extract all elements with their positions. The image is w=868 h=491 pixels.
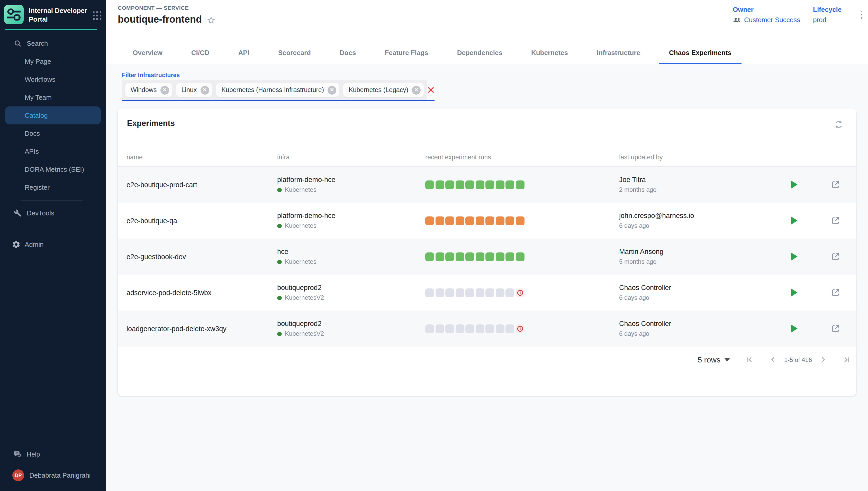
- run-scheduled-clock-icon: [516, 288, 524, 297]
- sidebar-item-docs[interactable]: Docs: [0, 124, 106, 142]
- status-dot-icon: [277, 223, 282, 228]
- updated-at: 5 months ago: [619, 258, 773, 265]
- run-passed-square: [465, 180, 474, 189]
- sidebar-item-my-page[interactable]: My Page: [0, 53, 106, 70]
- infra-type: Kubernetes: [285, 222, 317, 229]
- open-in-new-icon[interactable]: [831, 180, 840, 189]
- table-row[interactable]: e2e-boutique-qa platform-demo-hce Kubern…: [118, 203, 856, 238]
- run-passed-square: [475, 180, 484, 189]
- chevron-down-icon: [725, 358, 730, 361]
- sidebar-item-apis[interactable]: APIs: [0, 142, 106, 161]
- kebab-menu-icon[interactable]: [859, 9, 864, 21]
- sidebar-item-register[interactable]: Register: [0, 178, 106, 196]
- infra-cell: hce Kubernetes: [277, 248, 425, 265]
- user-menu[interactable]: DP Debabrata Panigrahi: [0, 463, 106, 487]
- gear-icon: [12, 240, 21, 249]
- sidebar-item-workflows[interactable]: Workflows: [0, 70, 106, 88]
- tab-chaos-experiments[interactable]: Chaos Experiments: [655, 40, 746, 64]
- tab-overview[interactable]: Overview: [118, 40, 177, 64]
- table-row[interactable]: loadgenerator-pod-delete-xw3qy boutiquep…: [118, 311, 856, 347]
- chip-remove-icon[interactable]: ✕: [200, 86, 209, 94]
- open-in-new-icon[interactable]: [831, 252, 840, 261]
- run-experiment-button[interactable]: [791, 180, 797, 189]
- filter-chip[interactable]: Kubernetes (Harness Infrastructure)✕: [216, 83, 339, 97]
- run-passed-square: [465, 252, 474, 261]
- updated-cell: Joe Titra 2 months ago: [619, 176, 773, 193]
- run-failed-square: [485, 216, 494, 225]
- run-passed-square: [495, 252, 504, 261]
- filter-infrastructures-link[interactable]: Filter Infrastructures: [122, 72, 180, 78]
- refresh-icon[interactable]: [834, 119, 844, 132]
- previous-page-button[interactable]: [768, 355, 778, 365]
- updated-by: Martin Ansong: [619, 248, 773, 256]
- run-experiment-button[interactable]: [791, 288, 797, 297]
- run-passed-square: [516, 252, 524, 261]
- run-passed-square: [455, 180, 464, 189]
- apps-grid-icon[interactable]: [93, 11, 102, 20]
- main-area: COMPONENT — SERVICE boutique-frontend Ow…: [106, 0, 868, 491]
- chip-remove-icon[interactable]: ✕: [412, 86, 421, 94]
- run-passed-square: [485, 252, 494, 261]
- table-row[interactable]: e2e-guestbook-dev hce Kubernetes Martin …: [118, 238, 856, 275]
- harness-idp-logo-icon[interactable]: [4, 5, 24, 24]
- open-in-new-icon[interactable]: [831, 288, 840, 297]
- infra-type: KubernetesV2: [285, 330, 324, 337]
- sidebar-item-search[interactable]: Search: [0, 34, 106, 53]
- infra-type: KubernetesV2: [285, 294, 324, 301]
- open-in-new-icon[interactable]: [831, 216, 840, 225]
- tab-ci-cd[interactable]: CI/CD: [177, 40, 224, 64]
- lifecycle-value: prod: [813, 16, 841, 24]
- owner-link[interactable]: Customer Success: [733, 16, 800, 24]
- sidebar-item-dora-metrics-sei-[interactable]: DORA Metrics (SEI): [0, 161, 106, 178]
- updated-by: Joe Titra: [619, 176, 773, 183]
- run-passed-square: [435, 252, 444, 261]
- tab-docs[interactable]: Docs: [325, 40, 371, 64]
- run-pending-square: [485, 324, 494, 333]
- infra-name: platform-demo-hce: [277, 176, 425, 183]
- pagination-range: 1-5 of 416: [784, 356, 812, 363]
- run-experiment-button[interactable]: [791, 253, 797, 261]
- tab-dependencies[interactable]: Dependencies: [443, 40, 517, 64]
- first-page-button[interactable]: [745, 355, 755, 365]
- tab-kubernetes[interactable]: Kubernetes: [517, 40, 582, 64]
- experiment-name: e2e-boutique-qa: [126, 217, 277, 224]
- tab-api[interactable]: API: [224, 40, 264, 64]
- sidebar-item-my-team[interactable]: My Team: [0, 88, 106, 107]
- filter-chip[interactable]: Windows✕: [125, 83, 172, 97]
- sidebar-item-devtools[interactable]: DevTools: [0, 204, 106, 222]
- table-row[interactable]: adservice-pod-delete-5lwbx boutiqueprod2…: [118, 275, 856, 311]
- svg-text:?: ?: [16, 451, 18, 455]
- page-title: boutique-frontend: [118, 14, 202, 25]
- run-experiment-button[interactable]: [791, 324, 797, 333]
- clear-filters-icon[interactable]: [427, 80, 435, 100]
- tab-scorecard[interactable]: Scorecard: [264, 40, 325, 64]
- filter-chips-field[interactable]: Windows✕Linux✕Kubernetes (Harness Infras…: [122, 80, 427, 100]
- sidebar-item-label: Search: [27, 39, 48, 47]
- sidebar-divider: [21, 226, 83, 226]
- sidebar-item-catalog[interactable]: Catalog: [5, 107, 101, 124]
- filter-chip[interactable]: Kubernetes (Legacy)✕: [343, 83, 424, 97]
- sidebar-item-admin[interactable]: Admin: [0, 235, 106, 254]
- chip-remove-icon[interactable]: ✕: [160, 86, 169, 94]
- chip-remove-icon[interactable]: ✕: [327, 86, 336, 94]
- tab-feature-flags[interactable]: Feature Flags: [371, 40, 443, 64]
- last-page-button[interactable]: [841, 355, 851, 365]
- filter-chip[interactable]: Linux✕: [176, 83, 212, 97]
- run-passed-square: [485, 180, 494, 189]
- rows-per-page-select[interactable]: 5 rows: [698, 355, 730, 364]
- run-failed-square: [455, 216, 464, 225]
- run-passed-square: [435, 180, 444, 189]
- infra-cell: boutiqueprod2 KubernetesV2: [277, 284, 425, 301]
- run-scheduled-clock-icon: [516, 324, 524, 333]
- open-in-new-icon[interactable]: [831, 324, 840, 333]
- experiment-name: adservice-pod-delete-5lwbx: [126, 289, 277, 296]
- chip-label: Linux: [181, 86, 197, 93]
- run-experiment-button[interactable]: [791, 216, 797, 225]
- favorite-star-icon[interactable]: [206, 16, 215, 24]
- table-row[interactable]: e2e-boutique-prod-cart platform-demo-hce…: [118, 167, 856, 203]
- status-dot-icon: [277, 331, 282, 336]
- tab-infrastructure[interactable]: Infrastructure: [582, 40, 655, 64]
- next-page-button[interactable]: [818, 355, 828, 365]
- run-passed-square: [495, 180, 504, 189]
- help-button[interactable]: ? Help: [0, 446, 106, 463]
